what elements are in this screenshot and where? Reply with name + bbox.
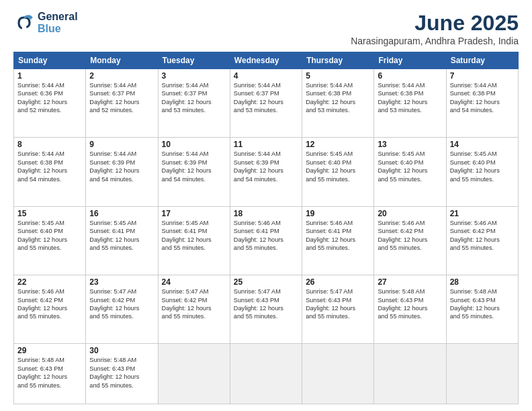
day-number: 25 (234, 277, 298, 287)
day-number: 3 (162, 71, 226, 81)
day-info: Sunrise: 5:44 AMSunset: 6:37 PMDaylight:… (89, 81, 154, 115)
day-number: 27 (378, 277, 442, 287)
day-info: Sunrise: 5:45 AMSunset: 6:41 PMDaylight:… (89, 219, 154, 253)
day-number: 13 (378, 140, 442, 149)
table-row (302, 344, 374, 404)
day-number: 12 (306, 140, 370, 149)
day-number: 29 (17, 346, 82, 355)
day-number: 26 (306, 277, 370, 287)
day-info: Sunrise: 5:45 AMSunset: 6:40 PMDaylight:… (17, 219, 82, 253)
title-block: June 2025 Narasingapuram, Andhra Pradesh… (351, 11, 519, 46)
table-row: 26Sunrise: 5:47 AMSunset: 6:43 PMDayligh… (302, 275, 374, 344)
day-info: Sunrise: 5:48 AMSunset: 6:43 PMDaylight:… (17, 356, 82, 390)
day-info: Sunrise: 5:48 AMSunset: 6:43 PMDaylight:… (89, 356, 154, 390)
table-row: 9Sunrise: 5:44 AMSunset: 6:39 PMDaylight… (86, 138, 158, 206)
col-saturday: Saturday (446, 52, 518, 69)
day-number: 30 (89, 346, 154, 355)
day-number: 7 (450, 71, 515, 81)
month-title: June 2025 (351, 11, 519, 36)
table-row (446, 344, 518, 404)
day-number: 14 (450, 140, 515, 149)
table-row: 8Sunrise: 5:44 AMSunset: 6:38 PMDaylight… (14, 138, 86, 206)
table-row: 11Sunrise: 5:44 AMSunset: 6:39 PMDayligh… (230, 138, 302, 206)
day-number: 10 (162, 140, 226, 149)
table-row (158, 344, 230, 404)
day-number: 22 (17, 277, 82, 287)
day-info: Sunrise: 5:48 AMSunset: 6:43 PMDaylight:… (450, 287, 515, 321)
day-number: 15 (17, 209, 82, 218)
day-info: Sunrise: 5:44 AMSunset: 6:36 PMDaylight:… (17, 81, 82, 115)
svg-rect-0 (13, 12, 35, 34)
day-number: 19 (306, 209, 370, 218)
day-info: Sunrise: 5:44 AMSunset: 6:39 PMDaylight:… (234, 150, 298, 183)
table-row (230, 344, 302, 404)
table-row: 5Sunrise: 5:44 AMSunset: 6:38 PMDaylight… (302, 69, 374, 138)
table-row: 7Sunrise: 5:44 AMSunset: 6:38 PMDaylight… (446, 69, 518, 138)
day-number: 16 (89, 209, 154, 218)
location: Narasingapuram, Andhra Pradesh, India (351, 36, 519, 46)
day-info: Sunrise: 5:46 AMSunset: 6:42 PMDaylight:… (17, 287, 82, 321)
day-info: Sunrise: 5:44 AMSunset: 6:38 PMDaylight:… (378, 81, 442, 115)
day-number: 6 (378, 71, 442, 81)
day-number: 8 (17, 140, 82, 149)
day-number: 5 (306, 71, 370, 81)
table-row: 30Sunrise: 5:48 AMSunset: 6:43 PMDayligh… (86, 344, 158, 404)
table-row: 18Sunrise: 5:46 AMSunset: 6:41 PMDayligh… (230, 206, 302, 275)
col-monday: Monday (86, 52, 158, 69)
logo: General Blue (13, 11, 78, 36)
table-row: 3Sunrise: 5:44 AMSunset: 6:37 PMDaylight… (158, 69, 230, 138)
table-row: 21Sunrise: 5:46 AMSunset: 6:42 PMDayligh… (446, 206, 518, 275)
table-row (374, 344, 446, 404)
calendar-header-row: Sunday Monday Tuesday Wednesday Thursday… (14, 52, 519, 69)
table-row: 28Sunrise: 5:48 AMSunset: 6:43 PMDayligh… (446, 275, 518, 344)
day-number: 20 (378, 209, 442, 218)
day-info: Sunrise: 5:44 AMSunset: 6:39 PMDaylight:… (162, 150, 226, 183)
day-info: Sunrise: 5:44 AMSunset: 6:38 PMDaylight:… (450, 81, 515, 115)
table-row: 27Sunrise: 5:48 AMSunset: 6:43 PMDayligh… (374, 275, 446, 344)
day-info: Sunrise: 5:47 AMSunset: 6:42 PMDaylight:… (162, 287, 226, 321)
page: General Blue June 2025 Narasingapuram, A… (0, 0, 532, 411)
day-info: Sunrise: 5:46 AMSunset: 6:42 PMDaylight:… (450, 219, 515, 253)
day-number: 17 (162, 209, 226, 218)
day-info: Sunrise: 5:44 AMSunset: 6:38 PMDaylight:… (17, 150, 82, 183)
day-info: Sunrise: 5:46 AMSunset: 6:41 PMDaylight:… (306, 219, 370, 253)
day-info: Sunrise: 5:47 AMSunset: 6:42 PMDaylight:… (89, 287, 154, 321)
day-number: 24 (162, 277, 226, 287)
day-number: 1 (17, 71, 82, 81)
table-row: 22Sunrise: 5:46 AMSunset: 6:42 PMDayligh… (14, 275, 86, 344)
day-number: 9 (89, 140, 154, 149)
table-row: 6Sunrise: 5:44 AMSunset: 6:38 PMDaylight… (374, 69, 446, 138)
table-row: 19Sunrise: 5:46 AMSunset: 6:41 PMDayligh… (302, 206, 374, 275)
table-row: 15Sunrise: 5:45 AMSunset: 6:40 PMDayligh… (14, 206, 86, 275)
day-info: Sunrise: 5:45 AMSunset: 6:40 PMDaylight:… (450, 150, 515, 183)
day-info: Sunrise: 5:48 AMSunset: 6:43 PMDaylight:… (378, 287, 442, 321)
table-row: 10Sunrise: 5:44 AMSunset: 6:39 PMDayligh… (158, 138, 230, 206)
header: General Blue June 2025 Narasingapuram, A… (13, 11, 519, 46)
day-info: Sunrise: 5:44 AMSunset: 6:39 PMDaylight:… (89, 150, 154, 183)
col-sunday: Sunday (14, 52, 86, 69)
calendar-table: Sunday Monday Tuesday Wednesday Thursday… (13, 52, 519, 404)
col-friday: Friday (374, 52, 446, 69)
day-info: Sunrise: 5:45 AMSunset: 6:40 PMDaylight:… (378, 150, 442, 183)
day-number: 11 (234, 140, 298, 149)
day-number: 18 (234, 209, 298, 218)
day-info: Sunrise: 5:46 AMSunset: 6:41 PMDaylight:… (234, 219, 298, 253)
table-row: 4Sunrise: 5:44 AMSunset: 6:37 PMDaylight… (230, 69, 302, 138)
day-number: 28 (450, 277, 515, 287)
table-row: 2Sunrise: 5:44 AMSunset: 6:37 PMDaylight… (86, 69, 158, 138)
day-number: 2 (89, 71, 154, 81)
logo-icon (13, 12, 35, 34)
col-wednesday: Wednesday (230, 52, 302, 69)
day-number: 21 (450, 209, 515, 218)
day-info: Sunrise: 5:46 AMSunset: 6:42 PMDaylight:… (378, 219, 442, 253)
day-number: 23 (89, 277, 154, 287)
table-row: 25Sunrise: 5:47 AMSunset: 6:43 PMDayligh… (230, 275, 302, 344)
logo-text: General Blue (38, 11, 78, 36)
table-row: 23Sunrise: 5:47 AMSunset: 6:42 PMDayligh… (86, 275, 158, 344)
table-row: 14Sunrise: 5:45 AMSunset: 6:40 PMDayligh… (446, 138, 518, 206)
table-row: 29Sunrise: 5:48 AMSunset: 6:43 PMDayligh… (14, 344, 86, 404)
day-info: Sunrise: 5:45 AMSunset: 6:41 PMDaylight:… (162, 219, 226, 253)
table-row: 1Sunrise: 5:44 AMSunset: 6:36 PMDaylight… (14, 69, 86, 138)
day-info: Sunrise: 5:47 AMSunset: 6:43 PMDaylight:… (234, 287, 298, 321)
day-info: Sunrise: 5:44 AMSunset: 6:37 PMDaylight:… (162, 81, 226, 115)
